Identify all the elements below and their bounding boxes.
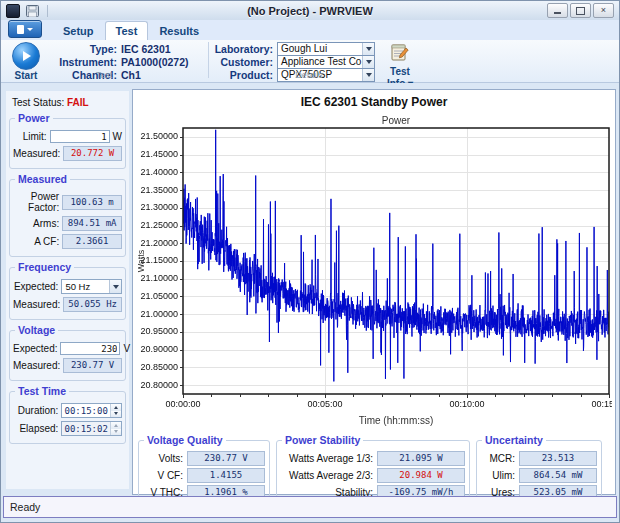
close-button[interactable]: × bbox=[593, 3, 614, 18]
combo-select[interactable]: Gough Lui bbox=[277, 42, 375, 56]
field-label: Power Factor: bbox=[13, 191, 62, 213]
test-status: Test Status: FAIL bbox=[12, 97, 125, 108]
group-voltage-quality: Voltage QualityVolts:230.77 VV CF:1.4155… bbox=[138, 440, 270, 498]
chevron-down-icon bbox=[114, 412, 118, 415]
document-icon bbox=[17, 25, 24, 34]
minimize-button[interactable] bbox=[547, 3, 568, 18]
field-label: Elapsed: bbox=[13, 423, 61, 434]
field-label: Laboratory: bbox=[211, 43, 277, 55]
group-title: Measured bbox=[15, 173, 70, 185]
value-input[interactable] bbox=[60, 342, 120, 355]
group-title: Power bbox=[15, 112, 53, 124]
field-label: Watts Average 1/3: bbox=[281, 453, 377, 464]
notepad-pencil-icon bbox=[390, 42, 410, 62]
bottom-groups: Voltage QualityVolts:230.77 VV CF:1.4155… bbox=[135, 434, 613, 498]
test-info-button[interactable]: TestInfo ▾ bbox=[383, 42, 417, 89]
group-caption: Details bbox=[211, 70, 407, 80]
tab-results[interactable]: Results bbox=[148, 21, 210, 40]
tab-test[interactable]: Test bbox=[105, 21, 149, 40]
field-label: V CF: bbox=[143, 470, 187, 481]
chevron-up-icon bbox=[114, 406, 118, 409]
unit-label: V bbox=[120, 343, 130, 354]
tab-setup[interactable]: Setup bbox=[52, 21, 105, 40]
field-label: A CF: bbox=[13, 236, 62, 247]
power-chart bbox=[135, 114, 612, 432]
window-controls: × bbox=[547, 3, 614, 18]
spinner-down-button[interactable] bbox=[111, 411, 121, 418]
field-label: Measured: bbox=[13, 360, 63, 371]
time-spinner: 00:15:02 bbox=[61, 421, 122, 436]
app-window: (No Project) - PWRVIEW × SetupTestResult… bbox=[0, 0, 620, 523]
group-title: Voltage Quality bbox=[144, 434, 226, 446]
close-icon: × bbox=[601, 6, 606, 15]
unit-label: W bbox=[110, 131, 122, 142]
field-value: PA1000(0272) bbox=[121, 56, 189, 68]
status-text: Ready bbox=[4, 501, 40, 513]
sidebar-group-frequency: FrequencyExpected:50 HzMeasured:50.055 H… bbox=[9, 267, 126, 320]
group-separator bbox=[208, 42, 209, 78]
value-input[interactable] bbox=[50, 130, 110, 143]
combo-value: 50 Hz bbox=[62, 281, 109, 292]
readonly-field: 1.4155 bbox=[187, 468, 265, 483]
file-menu-button[interactable] bbox=[8, 20, 42, 38]
field-label: Customer: bbox=[211, 56, 277, 68]
maximize-button[interactable] bbox=[570, 3, 591, 18]
sidebar-group-voltage: VoltageExpected:VMeasured:230.77 V bbox=[9, 330, 126, 381]
combo-value: Gough Lui bbox=[278, 43, 362, 54]
ribbon-tab-row: SetupTestResults ? bbox=[1, 20, 619, 40]
group-title: Frequency bbox=[15, 261, 74, 273]
chevron-up-icon bbox=[114, 424, 118, 427]
group-title: Voltage bbox=[15, 324, 58, 336]
group-title: Test Time bbox=[15, 385, 69, 397]
readonly-field: 20.984 W bbox=[377, 468, 465, 483]
ribbon-group-details: Laboratory:Gough LuiCustomer:Appliance T… bbox=[211, 40, 407, 81]
play-icon bbox=[23, 51, 31, 61]
readonly-field: 2.3661 bbox=[62, 234, 122, 249]
readonly-field: 23.513 bbox=[519, 451, 597, 466]
dropdown-arrow-icon bbox=[362, 43, 374, 55]
field-label: MCR: bbox=[481, 453, 519, 464]
readonly-field: 100.63 m bbox=[62, 195, 122, 210]
field-label: Duration: bbox=[13, 405, 61, 416]
combo-select[interactable]: 50 Hz bbox=[61, 279, 122, 294]
readonly-field: 50.055 Hz bbox=[63, 297, 122, 312]
maximize-icon bbox=[576, 7, 585, 15]
group-uncertainty: UncertaintyMCR:23.513Ulim:864.54 mWUres:… bbox=[476, 440, 602, 498]
spinner-value: 00:15:02 bbox=[62, 424, 110, 434]
time-spinner[interactable]: 00:15:00 bbox=[61, 403, 122, 418]
readonly-field: 20.772 W bbox=[63, 146, 122, 161]
group-title: Uncertainty bbox=[482, 434, 546, 446]
group-title: Power Stability bbox=[282, 434, 363, 446]
chevron-down-icon bbox=[27, 28, 33, 31]
readonly-field: 230.77 V bbox=[63, 358, 122, 373]
field-label: Volts: bbox=[143, 453, 187, 464]
combo-select[interactable]: Appliance Test Co. bbox=[277, 55, 375, 69]
group-power-stability: Power StabilityWatts Average 1/3:21.095 … bbox=[276, 440, 470, 498]
readonly-field: 230.77 V bbox=[187, 451, 265, 466]
combo-value: Appliance Test Co. bbox=[278, 56, 362, 67]
readonly-field: 894.51 mA bbox=[62, 216, 122, 231]
dropdown-arrow-icon bbox=[109, 280, 121, 293]
field-value: IEC 62301 bbox=[121, 43, 171, 55]
field-label: Arms: bbox=[13, 218, 62, 229]
status-bar: Ready bbox=[3, 496, 617, 518]
sidebar-group-test-time: Test TimeDuration:00:15:00Elapsed:00:15:… bbox=[9, 391, 126, 444]
minimize-icon bbox=[554, 12, 561, 14]
ribbon-tabs: SetupTestResults bbox=[52, 20, 210, 40]
field-label: Type: bbox=[45, 43, 121, 55]
field-label: Expected: bbox=[13, 281, 61, 292]
readonly-field: 864.54 mW bbox=[519, 468, 597, 483]
dropdown-arrow-icon bbox=[362, 56, 374, 68]
sidebar-group-measured: MeasuredPower Factor:100.63 mArms:894.51… bbox=[9, 179, 126, 257]
field-label: Instrument: bbox=[45, 56, 121, 68]
test-status-label: Test Status: bbox=[12, 97, 64, 108]
title-bar: (No Project) - PWRVIEW × bbox=[1, 1, 619, 20]
chevron-down-icon bbox=[114, 430, 118, 433]
spinner-value: 00:15:00 bbox=[62, 406, 110, 416]
test-status-value: FAIL bbox=[67, 97, 89, 108]
field-label: Ulim: bbox=[481, 470, 519, 481]
spinner-down-button bbox=[111, 429, 121, 436]
field-label: Expected: bbox=[13, 343, 60, 354]
sidebar: Test Status: FAIL PowerLimit:WMeasured:2… bbox=[6, 91, 129, 489]
field-label: Measured: bbox=[13, 299, 63, 310]
